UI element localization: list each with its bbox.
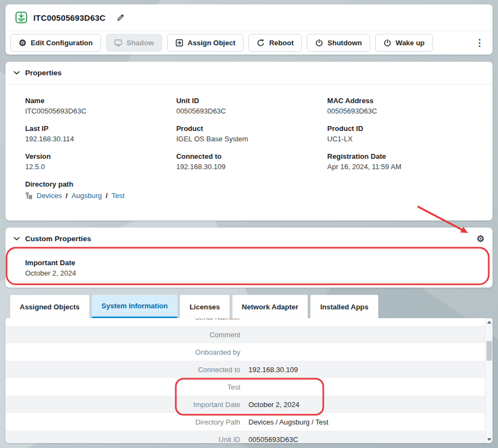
button-label: Shadow <box>127 39 154 47</box>
row-label: Unit ID <box>5 435 240 444</box>
table-row: Connected to 192.168.30.109 <box>5 361 485 378</box>
row-value: October 2, 2024 <box>240 401 485 409</box>
system-information-panel: Serial Number Comment Onboarded by Conne… <box>5 318 493 443</box>
custom-properties-settings-gear-icon[interactable]: ⚙ <box>477 235 484 243</box>
scrollbar-thumb[interactable] <box>487 341 492 361</box>
custom-properties-body: Important Date October 2, 2024 <box>5 250 493 277</box>
button-label: Assign Object <box>188 39 235 47</box>
breadcrumb-test[interactable]: Test <box>111 192 124 200</box>
kebab-menu-icon: ⋮ <box>475 38 484 48</box>
toolbar: ⚙ Edit Configuration Shadow Assign Objec… <box>5 31 493 55</box>
tab-network-adapter[interactable]: Network Adapter <box>232 295 309 318</box>
section-title: Custom Properties <box>25 235 91 243</box>
button-label: Wake up <box>396 39 425 47</box>
button-label: Reboot <box>269 39 294 47</box>
property-field: Connected to 192.168.30.109 <box>176 152 322 171</box>
table-row: Onboarded by <box>5 343 485 361</box>
field-label: Unit ID <box>176 97 322 105</box>
field-value: 12.5.0 <box>25 163 171 171</box>
scroll-up-arrow[interactable] <box>485 318 493 326</box>
row-label: Serial Number <box>5 318 240 321</box>
custom-property-field: Important Date October 2, 2024 <box>25 259 473 277</box>
breadcrumb-separator: / <box>106 192 108 200</box>
button-label: Edit Configuration <box>31 39 92 47</box>
system-info-table: Serial Number Comment Onboarded by Conne… <box>5 318 485 443</box>
row-label: Connected to <box>5 366 240 374</box>
chevron-down-icon <box>14 71 20 75</box>
reboot-button[interactable]: Reboot <box>248 34 302 52</box>
power-icon <box>383 39 392 47</box>
row-value: 192.168.30.109 <box>240 366 485 374</box>
field-label: Product <box>176 124 322 133</box>
directory-path-block: Directory path Devices / Augsburg / Test <box>25 180 473 200</box>
tree-icon <box>25 192 33 200</box>
more-actions-button[interactable]: ⋮ <box>471 35 488 51</box>
assign-object-button[interactable]: Assign Object <box>167 34 244 52</box>
properties-grid: Name ITC00505693D63C Unit ID 00505693D63… <box>25 97 473 171</box>
wake-up-button[interactable]: Wake up <box>375 34 433 52</box>
edit-name-icon[interactable] <box>116 13 125 22</box>
field-value: IGEL OS Base System <box>176 135 322 143</box>
chevron-down-icon <box>14 237 20 241</box>
property-field: Product IGEL OS Base System <box>176 124 322 143</box>
table-row: Test <box>5 378 485 396</box>
field-value: 192.168.30.109 <box>176 163 322 171</box>
table-row: Comment <box>5 326 485 343</box>
row-label: Directory Path <box>5 418 240 426</box>
breadcrumb-devices[interactable]: Devices <box>37 192 62 200</box>
field-value: UC1-LX <box>327 135 473 143</box>
row-value: Devices / Augsburg / Test <box>240 418 485 426</box>
vertical-scrollbar[interactable] <box>485 318 493 443</box>
table-row: Unit ID 00505693D63C <box>5 431 485 443</box>
row-label: Test <box>5 383 240 391</box>
custom-properties-section-header[interactable]: Custom Properties ⚙ <box>5 228 493 250</box>
field-value: ITC00505693D63C <box>25 107 171 115</box>
tab-system-information[interactable]: System Information <box>92 295 177 318</box>
properties-section-header[interactable]: Properties <box>5 62 493 84</box>
field-label: Directory path <box>25 180 473 188</box>
button-label: Shutdown <box>328 39 362 47</box>
tab-installed-apps[interactable]: Installed Apps <box>310 295 378 318</box>
section-title: Properties <box>25 69 62 77</box>
field-value: 192.168.30.114 <box>25 135 171 143</box>
property-field: Last IP 192.168.30.114 <box>25 124 171 143</box>
shadow-monitor-icon <box>114 39 122 47</box>
row-label: Important Date <box>5 401 240 409</box>
edit-configuration-button[interactable]: ⚙ Edit Configuration <box>10 34 101 52</box>
row-label: Onboarded by <box>5 348 240 356</box>
title-row: ITC00505693D63C <box>5 4 493 31</box>
table-row: Important Date October 2, 2024 <box>5 396 485 413</box>
property-field: Name ITC00505693D63C <box>25 97 171 115</box>
properties-card: Properties Name ITC00505693D63C Unit ID … <box>5 62 493 220</box>
table-row: Directory Path Devices / Augsburg / Test <box>5 413 485 431</box>
field-label: Product ID <box>327 124 473 133</box>
property-field: Unit ID 00505693D63C <box>176 97 322 115</box>
custom-properties-card: Custom Properties ⚙ Important Date Octob… <box>5 228 493 288</box>
properties-body: Name ITC00505693D63C Unit ID 00505693D63… <box>5 85 493 200</box>
breadcrumb-augsburg[interactable]: Augsburg <box>72 192 102 200</box>
tab-licenses[interactable]: Licenses <box>180 295 230 318</box>
field-value: Apr 16, 2024, 11:59 AM <box>327 163 473 171</box>
field-value: 00505693D63C <box>176 107 322 115</box>
shutdown-button[interactable]: Shutdown <box>307 34 370 52</box>
assign-object-icon <box>175 39 183 47</box>
power-icon <box>315 39 323 47</box>
field-label: Last IP <box>25 124 171 133</box>
page-background: ITC00505693D63C ⚙ Edit Configuration Sha… <box>0 0 498 448</box>
field-label: MAC Address <box>327 97 473 105</box>
reboot-icon <box>257 39 265 47</box>
property-field: MAC Address 00505693D63C <box>327 97 473 115</box>
table-row: Serial Number <box>5 318 485 326</box>
field-label: Important Date <box>25 259 473 267</box>
property-field: Registration Date Apr 16, 2024, 11:59 AM <box>327 152 473 171</box>
field-label: Registration Date <box>327 152 473 160</box>
tab-assigned-objects[interactable]: Assigned Objects <box>10 295 90 318</box>
device-icon <box>15 11 27 23</box>
row-value: 00505693D63C <box>240 435 485 444</box>
breadcrumb: Devices / Augsburg / Test <box>25 192 473 200</box>
shadow-button: Shadow <box>106 34 162 52</box>
page-title: ITC00505693D63C <box>33 13 105 22</box>
property-field: Product ID UC1-LX <box>327 124 473 143</box>
field-value: October 2, 2024 <box>25 269 473 277</box>
device-header-card: ITC00505693D63C ⚙ Edit Configuration Sha… <box>5 4 493 55</box>
